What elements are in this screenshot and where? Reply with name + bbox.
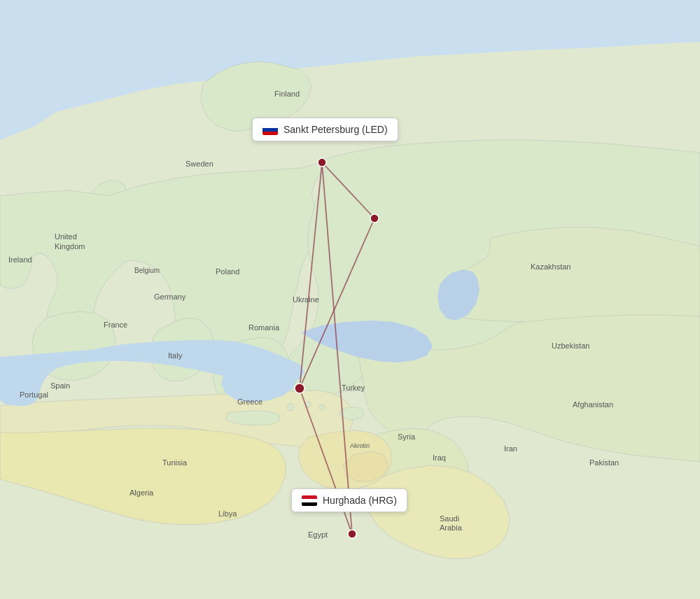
svg-text:Ukraine: Ukraine	[293, 295, 319, 304]
svg-text:Algeria: Algeria	[130, 488, 154, 497]
svg-text:Poland: Poland	[216, 267, 239, 276]
svg-text:United: United	[55, 232, 77, 241]
svg-text:Belgium: Belgium	[134, 267, 160, 274]
svg-text:Kazakhstan: Kazakhstan	[531, 262, 570, 271]
svg-text:Iran: Iran	[504, 444, 517, 453]
svg-text:Egypt: Egypt	[308, 530, 328, 539]
svg-point-11	[295, 383, 304, 393]
svg-point-12	[348, 530, 356, 538]
svg-text:Arabia: Arabia	[440, 523, 463, 532]
svg-text:Greece: Greece	[237, 397, 262, 406]
svg-text:Germany: Germany	[154, 293, 186, 301]
svg-text:Saudi: Saudi	[440, 514, 459, 523]
svg-point-10	[370, 214, 379, 223]
map-container: Ireland United Kingdom France Spain Port…	[0, 0, 700, 599]
svg-text:France: France	[104, 320, 127, 329]
svg-text:Libya: Libya	[218, 509, 237, 518]
svg-text:Ireland: Ireland	[8, 255, 32, 264]
svg-text:Tunisia: Tunisia	[162, 458, 188, 467]
svg-text:Kingdom: Kingdom	[55, 242, 85, 251]
svg-point-3	[319, 404, 325, 410]
svg-text:Syria: Syria	[398, 432, 416, 441]
svg-text:Finland: Finland	[274, 90, 300, 98]
svg-text:Turkey: Turkey	[342, 383, 365, 392]
svg-text:Italy: Italy	[168, 351, 183, 360]
svg-text:Spain: Spain	[50, 381, 70, 390]
svg-text:Pakistan: Pakistan	[589, 458, 619, 467]
svg-text:Portugal: Portugal	[20, 390, 48, 399]
map-svg: Ireland United Kingdom France Spain Port…	[0, 0, 700, 599]
svg-text:Akrotiri: Akrotiri	[350, 442, 370, 449]
svg-text:Romania: Romania	[248, 323, 280, 332]
svg-text:Afghanistan: Afghanistan	[573, 400, 613, 409]
svg-point-1	[287, 404, 294, 411]
svg-point-9	[318, 158, 326, 167]
svg-text:Iraq: Iraq	[433, 453, 446, 462]
svg-text:Sweden: Sweden	[186, 160, 214, 168]
svg-text:Uzbekistan: Uzbekistan	[552, 341, 589, 350]
